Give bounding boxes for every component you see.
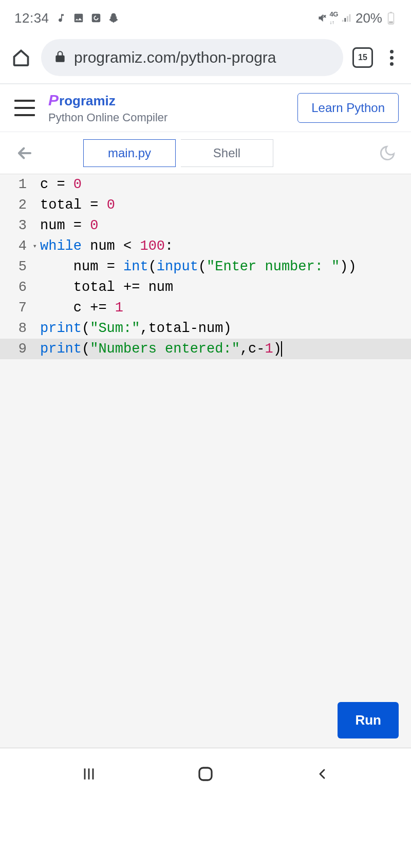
code-content[interactable]: total = 0 xyxy=(31,195,115,215)
code-line[interactable]: 5 num = int(input("Enter number: ")) xyxy=(0,256,411,277)
line-number: 7 xyxy=(0,298,31,318)
code-content[interactable]: c = 0 xyxy=(31,174,82,195)
hamburger-menu-button[interactable] xyxy=(14,100,35,116)
line-number: 9 xyxy=(0,339,31,359)
battery-pct: 20% xyxy=(356,10,382,26)
browser-menu-button[interactable] xyxy=(382,48,401,67)
cursor xyxy=(281,341,282,357)
line-number: 1 xyxy=(0,174,31,195)
code-content[interactable]: print("Sum:",total-num) xyxy=(31,318,232,339)
url-bar[interactable]: programiz.com/python-progra xyxy=(41,39,343,76)
svg-rect-6 xyxy=(349,14,351,22)
brand-logo[interactable]: Programiz xyxy=(48,91,284,109)
brand-word: rogramiz xyxy=(59,93,116,108)
refresh-box-icon xyxy=(90,12,102,24)
code-line[interactable]: 8print("Sum:",total-num) xyxy=(0,318,411,339)
image-icon xyxy=(73,12,84,24)
recents-button[interactable] xyxy=(73,759,104,789)
lock-icon xyxy=(53,50,67,65)
home-button[interactable] xyxy=(10,47,32,68)
line-number: 6 xyxy=(0,277,31,298)
volume-mute-icon xyxy=(315,12,327,24)
status-left: 12:34 xyxy=(14,10,119,26)
line-number: 8 xyxy=(0,318,31,339)
line-number: 2 xyxy=(0,195,31,215)
signal-icon xyxy=(341,12,352,24)
line-number: 4 xyxy=(0,236,31,256)
home-nav-button[interactable] xyxy=(190,759,221,789)
learn-python-button[interactable]: Learn Python xyxy=(297,93,399,123)
code-editor[interactable]: 1c = 02total = 03num = 04while num < 100… xyxy=(0,174,411,748)
svg-rect-4 xyxy=(344,18,346,22)
code-content[interactable]: num = int(input("Enter number: ")) xyxy=(31,256,357,277)
line-number: 3 xyxy=(0,215,31,236)
url-text: programiz.com/python-progra xyxy=(74,49,276,66)
code-content[interactable]: c += 1 xyxy=(31,298,123,318)
code-line[interactable]: 3num = 0 xyxy=(0,215,411,236)
code-content[interactable]: total += num xyxy=(31,277,173,298)
tab-count-button[interactable]: 15 xyxy=(352,47,373,68)
tab-main-py[interactable]: main.py xyxy=(83,139,176,167)
brand-block: Programiz Python Online Compiler xyxy=(48,91,284,124)
svg-rect-3 xyxy=(342,20,344,22)
status-right: 4G↓↑ 20% xyxy=(315,10,397,26)
svg-rect-13 xyxy=(199,768,212,780)
tab-count-value: 15 xyxy=(358,53,367,62)
brand-prefix: P xyxy=(48,91,59,108)
battery-icon xyxy=(385,12,397,24)
back-arrow-button[interactable] xyxy=(12,141,37,165)
code-line[interactable]: 2total = 0 xyxy=(0,195,411,215)
clock-time: 12:34 xyxy=(14,10,49,26)
svg-rect-8 xyxy=(390,12,392,13)
code-content[interactable]: print("Numbers entered:",c-1) xyxy=(31,339,282,359)
code-line[interactable]: 6 total += num xyxy=(0,277,411,298)
editor-tabs-row: main.py Shell xyxy=(0,132,411,174)
code-line[interactable]: 1c = 0 xyxy=(0,174,411,195)
svg-rect-5 xyxy=(347,16,348,22)
music-note-icon xyxy=(55,12,67,24)
browser-toolbar: programiz.com/python-progra 15 xyxy=(0,32,411,83)
code-line[interactable]: 4while num < 100: xyxy=(0,236,411,256)
phone-nav-bar xyxy=(0,748,411,800)
network-4g-icon: 4G↓↑ xyxy=(330,10,338,26)
site-header: Programiz Python Online Compiler Learn P… xyxy=(0,84,411,132)
line-number: 5 xyxy=(0,256,31,277)
back-nav-button[interactable] xyxy=(307,759,338,789)
code-line[interactable]: 7 c += 1 xyxy=(0,298,411,318)
brand-subtitle: Python Online Compiler xyxy=(48,111,284,124)
phone-status-bar: 12:34 4G↓↑ 20% xyxy=(0,0,411,32)
snapchat-icon xyxy=(108,12,119,24)
theme-toggle-button[interactable] xyxy=(376,142,399,164)
run-button[interactable]: Run xyxy=(338,702,399,738)
tab-shell[interactable]: Shell xyxy=(181,139,273,167)
code-content[interactable]: num = 0 xyxy=(31,215,98,236)
svg-rect-9 xyxy=(389,22,393,24)
code-line[interactable]: 9print("Numbers entered:",c-1) xyxy=(0,339,411,359)
code-content[interactable]: while num < 100: xyxy=(31,236,173,256)
svg-rect-0 xyxy=(91,14,100,23)
